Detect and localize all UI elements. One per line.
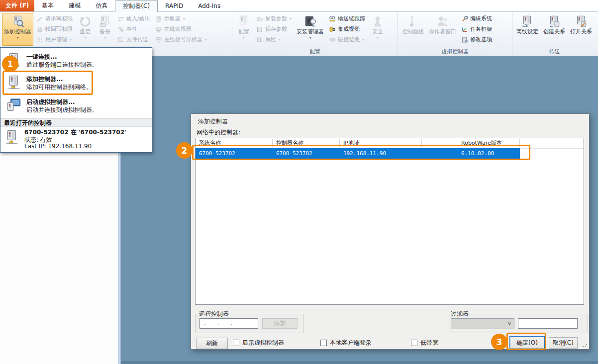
filter-text-input[interactable] (518, 318, 578, 329)
chevron-down-icon: ▾ (362, 37, 364, 42)
resize-grip[interactable] (583, 343, 588, 348)
callout-step-2: 2 (176, 142, 193, 159)
ribbon-button-column: 输入/输出 事件 文件传送 (116, 13, 152, 45)
ribbon-task-frames-button[interactable]: 任务框架 (460, 24, 494, 34)
ribbon-user-management-button[interactable]: 用户管理▾ (35, 34, 74, 45)
ribbon-online-monitor-button[interactable]: 在线监视器 (154, 24, 208, 34)
filter-combobox[interactable]: v (451, 318, 514, 329)
remote-controller-legend: 远程控制器 (198, 310, 230, 318)
properties-icon (256, 36, 263, 43)
pencil-icon (36, 15, 43, 22)
callout-highlight-ok-button (506, 333, 546, 350)
install-manager-icon (304, 15, 317, 28)
tab-controller[interactable]: 控制器(C) (115, 0, 158, 12)
offline-setting-icon (521, 15, 534, 28)
checkbox-local-client-login[interactable]: 本地客户端登录 (320, 339, 372, 347)
ribbon-offline-setting-button[interactable]: 离线设定 (514, 13, 540, 46)
users-icon (36, 36, 43, 43)
virtual-controller-icon (6, 97, 21, 112)
network-controllers-label: 网络中的控制器: (197, 128, 240, 137)
ribbon-edit-system-button[interactable]: 编辑系统 (460, 13, 494, 24)
ribbon-group: 配置▾ 加载参数▾ 保存参数 属性▾ 安装管理器▾ 输送链跟踪 集成视觉 碰撞避… (232, 12, 398, 56)
event-icon (117, 26, 124, 33)
chevron-down-icon: ▾ (309, 36, 311, 39)
checkbox-label: 低带宽 (420, 339, 438, 347)
ribbon-button-column: 编辑系统 任务框架 修改选项 (460, 13, 494, 45)
controller-add-icon (11, 15, 24, 28)
ribbon-add-controller-button[interactable]: 添加控制器▾ (2, 13, 33, 46)
cancel-button[interactable]: 取消(C) (549, 337, 578, 349)
ribbon-signal-analyzer-button[interactable]: 在线信号分析器▾ (154, 34, 208, 45)
ribbon-group: 控制面板 操作者窗口 编辑系统 任务框架 修改选项虚拟控制器 (398, 12, 512, 56)
menu-item-start-virtual-controller[interactable]: 启动虚拟控制器... 启动并连接到虚拟控制器。 (0, 96, 152, 118)
callout-highlight-table-row (192, 145, 530, 160)
checkbox-show-virtual-controllers[interactable]: 显示虚拟控制器 (233, 339, 284, 347)
ribbon-control-panel-button[interactable]: 控制面板 (400, 13, 426, 46)
add-remote-button[interactable]: 添加 (262, 318, 298, 329)
chevron-down-icon: v (508, 321, 511, 326)
chevron-down-icon: ▾ (183, 16, 185, 21)
ribbon-conveyor-tracking-button[interactable]: 输送链跟踪 (327, 13, 367, 24)
menu-section-header: 最近打开的控制器 (0, 118, 152, 127)
chevron-down-icon: ▾ (290, 16, 292, 21)
controllers-table: 系统名称控制器名称IP地址RobotWare版本6700-5237026700-… (195, 138, 584, 305)
safety-icon (371, 15, 384, 28)
ribbon-load-parameters-button[interactable]: 加载参数▾ (255, 13, 293, 24)
ribbon-button-column: 加载参数▾ 保存参数 属性▾ (255, 13, 293, 45)
ribbon-installation-manager-button[interactable]: 安装管理器▾ (295, 13, 326, 46)
ribbon-save-parameters-button[interactable]: 保存参数 (255, 24, 293, 34)
ribbon-open-relation-button[interactable]: 打开关系 (568, 13, 594, 46)
chevron-down-icon: ▾ (16, 36, 18, 39)
tab-simulation[interactable]: 仿真 (88, 0, 115, 11)
ribbon-inputs-outputs-button[interactable]: 输入/输出 (116, 13, 152, 24)
recent-controller-last-ip: Last IP: 192.168.11.90 (24, 143, 92, 150)
ribbon-restart-button[interactable]: 重启▾ (76, 13, 95, 46)
ribbon-backup-button[interactable]: 备份▾ (96, 13, 114, 46)
operator-window-icon (436, 15, 449, 28)
checkbox-label: 显示虚拟控制器 (242, 339, 284, 347)
ribbon-events-button[interactable]: 事件 (116, 24, 152, 34)
ribbon-flexpendant-button[interactable]: 示教器▾ (154, 13, 208, 24)
menu-item-description: 通过服务端口连接控制器。 (26, 61, 98, 69)
ribbon-button-column: 输送链跟踪 集成视觉 碰撞避免▾ (327, 13, 367, 45)
checkbox-icon[interactable] (233, 340, 239, 346)
tab-modeling[interactable]: 建模 (61, 0, 88, 11)
remote-ip-input[interactable]: . . . (199, 318, 258, 329)
menu-item-description: 启动并连接到虚拟控制器。 (26, 106, 98, 114)
ribbon-file-transfer-button[interactable]: 文件传送 (116, 34, 152, 45)
menu-item-one-click-connect[interactable]: 一键连接... 通过服务端口连接控制器。 (0, 51, 152, 73)
ribbon-release-write-access-button[interactable]: 收回写权限 (35, 24, 74, 34)
ribbon-integrated-vision-button[interactable]: 集成视觉 (327, 24, 367, 34)
integrated-vision-icon (329, 26, 336, 33)
refresh-button[interactable]: 刷新 (196, 338, 228, 349)
ribbon-operator-window-button[interactable]: 操作者窗口 (427, 13, 458, 46)
tab-rapid[interactable]: RAPID (158, 0, 191, 11)
config-cabinet-icon (237, 15, 250, 28)
modify-options-icon (461, 36, 468, 43)
ribbon-collision-avoidance-button[interactable]: 碰撞避免▾ (327, 34, 367, 45)
chevron-down-icon: ▾ (205, 37, 207, 42)
ribbon-group-label: 虚拟控制器 (398, 48, 512, 55)
ribbon-modify-options-button[interactable]: 修改选项 (460, 34, 494, 45)
checkbox-icon[interactable] (320, 340, 327, 346)
ribbon-request-write-access-button[interactable]: 请求写权限 (35, 13, 74, 24)
edit-system-icon (461, 15, 468, 22)
io-arrows-icon (117, 15, 124, 22)
chevron-down-icon: ▾ (84, 36, 86, 39)
recent-controller-item[interactable]: 6700-523702 在 '6700-523702' 状态: 有效 Last … (0, 127, 152, 152)
ribbon-properties-button[interactable]: 属性▾ (255, 34, 293, 45)
ribbon-safety-button[interactable]: 安全▾ (368, 13, 387, 46)
ribbon-group-label: 传送 (512, 48, 597, 55)
ribbon-configuration-button[interactable]: 配置▾ (234, 13, 253, 46)
tab-file[interactable]: 文件 (F) (0, 0, 34, 11)
tab-add-ins[interactable]: Add-Ins (191, 0, 228, 11)
callout-highlight-menu-item (2, 71, 93, 95)
open-relation-icon (575, 15, 588, 28)
checkbox-icon[interactable] (411, 340, 417, 346)
signal-analyzer-icon (155, 36, 162, 43)
monitor-icon (155, 26, 162, 33)
checkbox-low-bandwidth[interactable]: 低带宽 (411, 339, 438, 347)
ribbon-create-relation-button[interactable]: 创建关系 (541, 13, 567, 46)
tab-basic[interactable]: 基本 (34, 0, 61, 11)
ribbon-button-column: 示教器▾ 在线监视器 在线信号分析器▾ (154, 13, 208, 45)
